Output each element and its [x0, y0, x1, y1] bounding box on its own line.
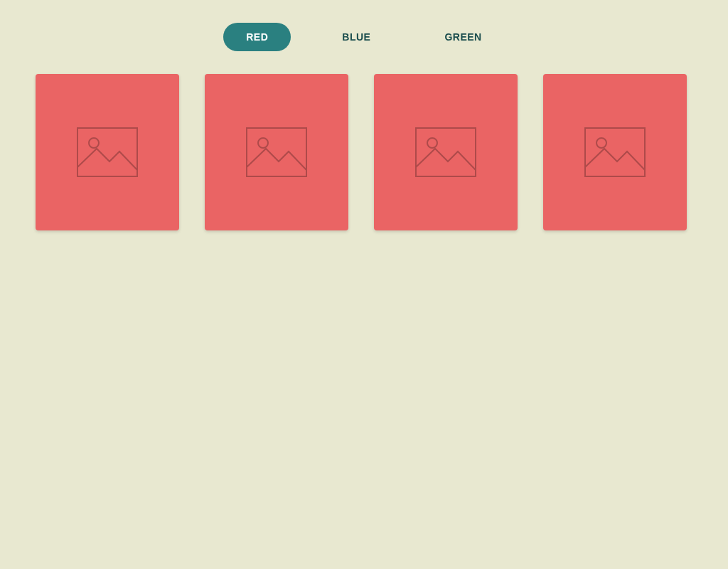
image-placeholder-icon [584, 127, 646, 177]
svg-rect-0 [77, 128, 137, 176]
gallery-card[interactable] [36, 74, 179, 230]
image-placeholder-icon [246, 127, 307, 177]
gallery-card[interactable] [205, 74, 348, 230]
gallery-card[interactable] [374, 74, 518, 230]
svg-point-1 [89, 138, 99, 148]
gallery-grid [36, 74, 692, 230]
svg-point-7 [596, 138, 606, 148]
main-container: RED BLUE GREEN [0, 0, 728, 253]
tabs-bar: RED BLUE GREEN [36, 23, 692, 51]
tab-blue[interactable]: BLUE [319, 23, 393, 51]
gallery-card[interactable] [543, 74, 687, 230]
tab-green[interactable]: GREEN [422, 23, 504, 51]
image-placeholder-icon [77, 127, 138, 177]
svg-rect-2 [247, 128, 306, 176]
svg-point-5 [427, 138, 437, 148]
svg-point-3 [258, 138, 268, 148]
tab-red[interactable]: RED [223, 23, 291, 51]
svg-rect-6 [585, 128, 645, 176]
image-placeholder-icon [415, 127, 476, 177]
svg-rect-4 [416, 128, 476, 176]
